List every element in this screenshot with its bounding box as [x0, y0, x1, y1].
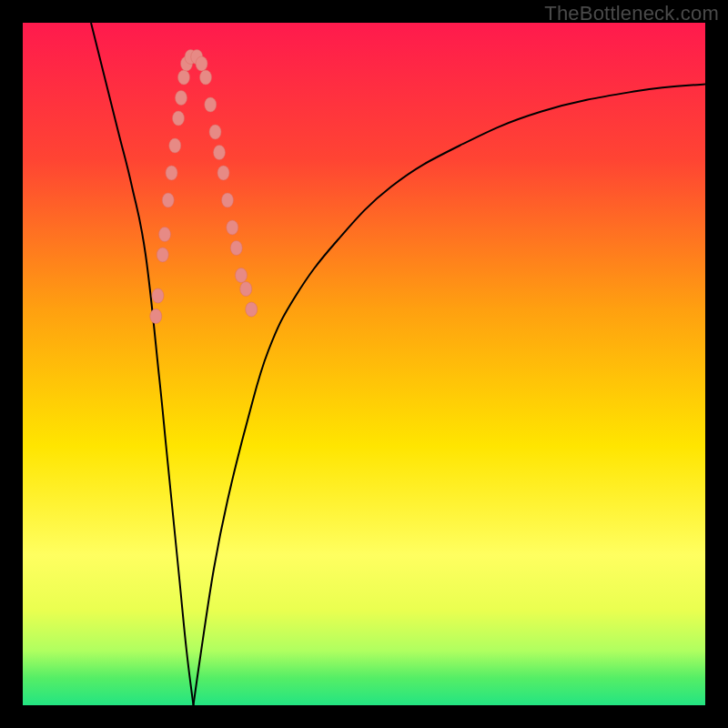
right-branch-path	[194, 85, 706, 706]
marker-dot	[166, 166, 177, 180]
marker-dot	[162, 193, 174, 207]
marker-dot	[150, 309, 162, 324]
marker-group	[150, 50, 258, 324]
marker-dot	[176, 91, 187, 106]
watermark-text: TheBottleneck.com	[544, 2, 719, 25]
curve-svg	[23, 23, 705, 705]
marker-dot	[217, 166, 229, 180]
marker-dot	[200, 70, 212, 85]
marker-dot	[214, 146, 226, 160]
marker-dot	[236, 268, 248, 283]
marker-dot	[159, 228, 171, 242]
marker-dot	[205, 97, 217, 112]
marker-dot	[230, 241, 242, 256]
marker-dot	[178, 70, 190, 85]
marker-dot	[157, 248, 168, 262]
marker-dot	[240, 282, 252, 297]
marker-dot	[209, 125, 221, 139]
marker-dot	[169, 138, 181, 153]
chart-frame: TheBottleneck.com	[0, 0, 728, 728]
plot-area	[23, 23, 705, 705]
curve-group	[91, 23, 705, 705]
marker-dot	[152, 288, 164, 303]
marker-dot	[196, 56, 207, 71]
marker-dot	[222, 193, 234, 207]
marker-dot	[246, 302, 258, 317]
marker-dot	[173, 111, 185, 126]
marker-dot	[227, 220, 238, 235]
